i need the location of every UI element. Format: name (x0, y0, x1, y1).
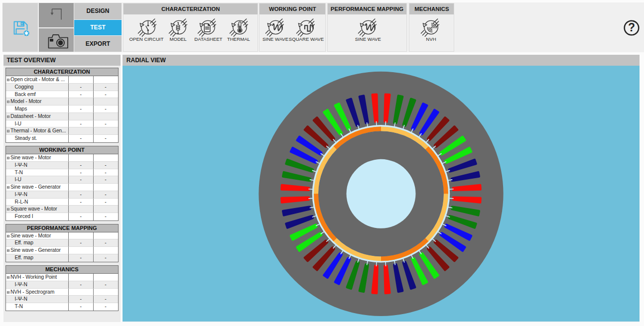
svg-text:?: ? (628, 21, 635, 34)
